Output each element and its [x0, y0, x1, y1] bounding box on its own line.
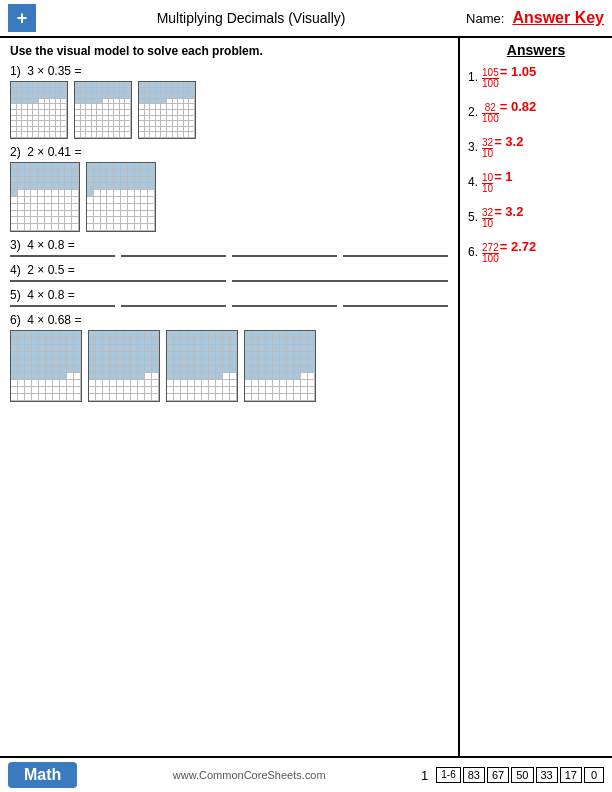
footer-page: 1: [421, 768, 428, 783]
answer-6-fraction: 272 100: [482, 243, 499, 264]
problem-4: 4) 2 × 0.5 =: [10, 263, 448, 282]
grid-5-4: [343, 305, 448, 307]
stat-50: 50: [511, 767, 533, 783]
answer-2-value: = 0.82: [500, 99, 537, 114]
answer-key-label: Answer Key: [512, 9, 604, 27]
header: + Multiplying Decimals (Visually) Name: …: [0, 0, 612, 38]
answer-3-num: 3.: [468, 140, 478, 154]
stat-0: 0: [584, 767, 604, 783]
answer-1-num: 1.: [468, 70, 478, 84]
problem-2: 2) 2 × 0.41 =: [10, 145, 448, 232]
footer: Math www.CommonCoreSheets.com 1 1-6 83 6…: [0, 756, 612, 792]
instructions: Use the visual model to solve each probl…: [10, 44, 448, 58]
answer-6-num: 6.: [468, 245, 478, 259]
stat-83: 83: [463, 767, 485, 783]
answer-5-fraction: 32 10: [482, 208, 493, 229]
problem-5-grids: [10, 305, 448, 307]
logo-symbol: +: [17, 8, 28, 29]
problem-6: 6) 4 × 0.68 =: [10, 313, 448, 402]
footer-stats: 1-6 83 67 50 33 17 0: [436, 767, 604, 783]
grid-4-2: [232, 280, 448, 282]
main-layout: Use the visual model to solve each probl…: [0, 38, 612, 756]
grid-1-2: [74, 81, 132, 139]
problem-1: 1) 3 × 0.35 =: [10, 64, 448, 139]
answer-5-value: = 3.2: [494, 204, 523, 219]
logo: +: [8, 4, 36, 32]
answer-4-num: 4.: [468, 175, 478, 189]
answer-4: 4. 10 10 = 1: [468, 169, 604, 194]
answer-1-fraction: 105 100: [482, 68, 499, 89]
problem-1-label: 1) 3 × 0.35 =: [10, 64, 448, 78]
problem-2-label: 2) 2 × 0.41 =: [10, 145, 448, 159]
answer-6-value: = 2.72: [500, 239, 537, 254]
math-label: Math: [8, 762, 77, 788]
grid-2-2: [86, 162, 156, 232]
answer-5-num: 5.: [468, 210, 478, 224]
grid-6-3: [166, 330, 238, 402]
grid-1-1: [10, 81, 68, 139]
answer-3: 3. 32 10 = 3.2: [468, 134, 604, 159]
answers-title: Answers: [468, 42, 604, 58]
grid-1-3: [138, 81, 196, 139]
problem-3-grids: [10, 255, 448, 257]
grid-3-1: [10, 255, 115, 257]
stat-17: 17: [560, 767, 582, 783]
problem-3-label: 3) 4 × 0.8 =: [10, 238, 448, 252]
grid-3-3: [232, 255, 337, 257]
answer-1-value: = 1.05: [500, 64, 537, 79]
problem-3: 3) 4 × 0.8 =: [10, 238, 448, 257]
answer-4-value: = 1: [494, 169, 512, 184]
answer-3-fraction: 32 10: [482, 138, 493, 159]
grid-6-1: [10, 330, 82, 402]
right-panel: Answers 1. 105 100 = 1.05 2. 82 100: [460, 38, 612, 756]
problem-1-grids: [10, 81, 448, 139]
page: + Multiplying Decimals (Visually) Name: …: [0, 0, 612, 792]
problem-4-grids: [10, 280, 448, 282]
answer-3-value: = 3.2: [494, 134, 523, 149]
name-label: Name:: [466, 11, 504, 26]
grid-2-1: [10, 162, 80, 232]
grid-5-2: [121, 305, 226, 307]
grid-3-2: [121, 255, 226, 257]
range-label: 1-6: [436, 767, 460, 783]
problem-5-label: 5) 4 × 0.8 =: [10, 288, 448, 302]
page-title: Multiplying Decimals (Visually): [36, 10, 466, 26]
answer-2-num: 2.: [468, 105, 478, 119]
grid-6-4: [244, 330, 316, 402]
grid-4-1: [10, 280, 226, 282]
stat-33: 33: [536, 767, 558, 783]
grid-5-3: [232, 305, 337, 307]
answer-6: 6. 272 100 = 2.72: [468, 239, 604, 264]
problem-6-label: 6) 4 × 0.68 =: [10, 313, 448, 327]
problem-6-grids: [10, 330, 448, 402]
stat-67: 67: [487, 767, 509, 783]
problem-5: 5) 4 × 0.8 =: [10, 288, 448, 307]
answer-1: 1. 105 100 = 1.05: [468, 64, 604, 89]
grid-6-2: [88, 330, 160, 402]
answer-2-fraction: 82 100: [482, 103, 499, 124]
problem-2-grids: [10, 162, 448, 232]
left-content: Use the visual model to solve each probl…: [0, 38, 460, 756]
grid-5-1: [10, 305, 115, 307]
footer-url: www.CommonCoreSheets.com: [77, 769, 421, 781]
answer-2: 2. 82 100 = 0.82: [468, 99, 604, 124]
answer-5: 5. 32 10 = 3.2: [468, 204, 604, 229]
answer-4-fraction: 10 10: [482, 173, 493, 194]
problem-4-label: 4) 2 × 0.5 =: [10, 263, 448, 277]
grid-3-4: [343, 255, 448, 257]
